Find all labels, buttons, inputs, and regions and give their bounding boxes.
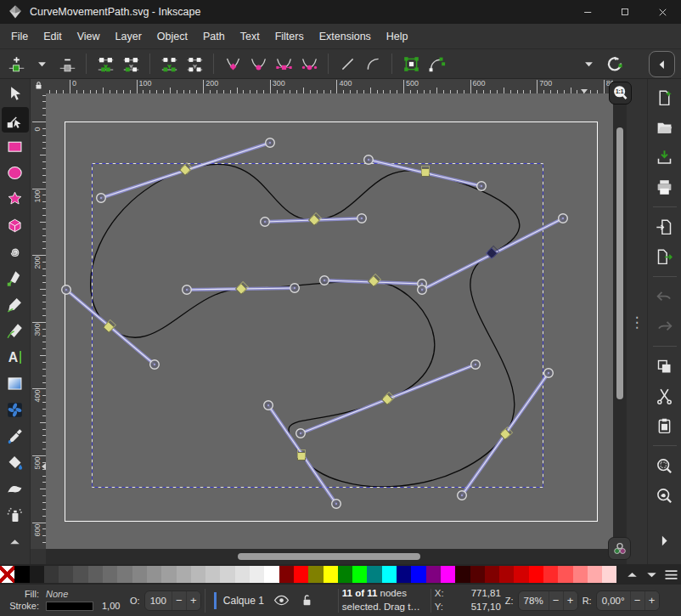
palette-swatch-none[interactable]: [0, 566, 14, 583]
menu-path[interactable]: Path: [195, 27, 233, 46]
delete-segment-button[interactable]: [182, 52, 207, 76]
palette-swatch-#aa0000[interactable]: [499, 566, 514, 583]
node-corner-button[interactable]: [220, 52, 245, 76]
horizontal-scrollbar-thumb[interactable]: [238, 553, 420, 560]
more-options-button[interactable]: [576, 52, 601, 76]
fill-value[interactable]: None: [46, 588, 68, 600]
new-document-button[interactable]: [650, 86, 679, 110]
zoom-1-1-button[interactable]: 1:1: [609, 82, 632, 105]
handle-end[interactable]: [364, 155, 374, 165]
insert-node-button[interactable]: [3, 52, 29, 76]
palette-swatch-#ff5555[interactable]: [558, 566, 572, 583]
color-managed-view-button[interactable]: [608, 537, 631, 560]
opacity-decrease-button[interactable]: −: [172, 591, 186, 611]
palette-swatch-#1b1b1b[interactable]: [30, 566, 44, 583]
stroke-to-path-button[interactable]: [424, 52, 449, 76]
show-transform-handles-button[interactable]: [601, 52, 627, 76]
palette-swatch-#6b6b6b[interactable]: [103, 566, 117, 583]
tool-tweak[interactable]: [2, 476, 29, 501]
path-node[interactable]: [369, 274, 381, 287]
menu-text[interactable]: Text: [233, 27, 267, 46]
cut-button[interactable]: [650, 384, 679, 408]
tool-text[interactable]: A: [2, 344, 29, 370]
palette-swatch-#ff8080[interactable]: [573, 566, 588, 583]
palette-scroll-up-button[interactable]: [622, 565, 642, 584]
maximize-button[interactable]: [606, 0, 644, 24]
join-with-segment-button[interactable]: [156, 52, 182, 76]
handle-end[interactable]: [471, 360, 481, 370]
node-auto-button[interactable]: [296, 52, 322, 76]
menu-object[interactable]: Object: [149, 27, 195, 46]
delete-node-button[interactable]: [54, 52, 80, 76]
handle-end[interactable]: [320, 276, 329, 285]
tool-dropper[interactable]: [2, 423, 29, 449]
canvas[interactable]: [46, 93, 613, 549]
menu-layer[interactable]: Layer: [108, 27, 149, 46]
handle-end[interactable]: [559, 214, 568, 223]
stroke-width-value[interactable]: 1,00: [102, 600, 120, 612]
handle-end[interactable]: [544, 369, 554, 378]
minimize-button[interactable]: [569, 0, 606, 24]
vertical-scrollbar-thumb[interactable]: [616, 127, 623, 399]
break-nodes-button[interactable]: [118, 52, 144, 76]
tool-gradient[interactable]: [2, 370, 29, 396]
palette-swatch-#929292[interactable]: [147, 566, 161, 583]
tool-ellipse[interactable]: [2, 160, 29, 185]
palette-swatch-#008080[interactable]: [367, 566, 381, 583]
horizontal-scrollbar[interactable]: [46, 549, 613, 564]
palette-swatch-#9f9f9f[interactable]: [161, 566, 176, 583]
palette-swatch-#2b0000[interactable]: [455, 566, 470, 583]
insert-node-options-button[interactable]: [29, 52, 54, 76]
palette-swatch-#373737[interactable]: [44, 566, 59, 583]
menu-file[interactable]: File: [3, 27, 36, 46]
handle-end[interactable]: [264, 401, 273, 410]
tool-star[interactable]: [2, 186, 29, 212]
handle-end[interactable]: [458, 491, 467, 500]
rotation-value[interactable]: 0,00°: [597, 596, 630, 606]
tool-calligraphy[interactable]: [2, 318, 29, 343]
tool-selector[interactable]: [2, 81, 29, 106]
tool-paint-bucket[interactable]: [2, 449, 29, 475]
handle-end[interactable]: [477, 182, 487, 191]
node-smooth-button[interactable]: [245, 52, 271, 76]
palette-swatch-#ffaaaa[interactable]: [588, 566, 602, 583]
palette-swatch-#c6c6c6[interactable]: [205, 566, 220, 583]
tool-mesh[interactable]: [2, 397, 29, 422]
import-image-button[interactable]: [650, 215, 679, 239]
tool-pencil[interactable]: [2, 291, 29, 317]
tool-rectangle[interactable]: [2, 133, 29, 159]
palette-swatch-#000080[interactable]: [397, 566, 411, 583]
palette-swatch-#800000[interactable]: [279, 566, 294, 583]
rotation-decrease-button[interactable]: −: [630, 591, 644, 611]
layer-lock-button[interactable]: [298, 591, 317, 610]
export-image-button[interactable]: [650, 245, 679, 268]
vertical-ruler[interactable]: 0100200300400500600: [31, 93, 46, 549]
layer-name[interactable]: Calque 1: [223, 595, 264, 607]
menu-filters[interactable]: Filters: [267, 27, 312, 46]
handle-end[interactable]: [332, 500, 341, 509]
menu-extensions[interactable]: Extensions: [312, 27, 379, 46]
palette-swatch-#ffd5d5[interactable]: [602, 566, 616, 583]
tool-toolbox-scroll[interactable]: [2, 528, 29, 554]
close-button[interactable]: [644, 0, 681, 24]
palette-swatch-#550000[interactable]: [470, 566, 485, 583]
palette-swatch-#008000[interactable]: [338, 566, 352, 583]
rotation-increase-button[interactable]: +: [644, 591, 659, 611]
save-document-button[interactable]: [650, 145, 679, 169]
horizontal-ruler[interactable]: 0100200300400500600700800: [46, 79, 613, 93]
palette-swatch-#d40000[interactable]: [514, 566, 528, 583]
open-document-button[interactable]: [650, 116, 679, 139]
panel-resize-grip[interactable]: ⋮: [629, 311, 644, 335]
segment-line-button[interactable]: [335, 52, 360, 76]
handle-end[interactable]: [261, 218, 270, 227]
path-node[interactable]: [422, 167, 430, 177]
opacity-increase-button[interactable]: +: [186, 591, 200, 611]
segment-curve-button[interactable]: [360, 52, 386, 76]
opacity-value[interactable]: 100: [145, 596, 172, 606]
ruler-lock-corner[interactable]: [31, 79, 46, 93]
paste-button[interactable]: [650, 414, 679, 438]
handle-end[interactable]: [357, 214, 367, 223]
handle-end[interactable]: [62, 285, 71, 295]
palette-swatch-#515151[interactable]: [73, 566, 87, 583]
node-symmetric-button[interactable]: [271, 52, 296, 76]
